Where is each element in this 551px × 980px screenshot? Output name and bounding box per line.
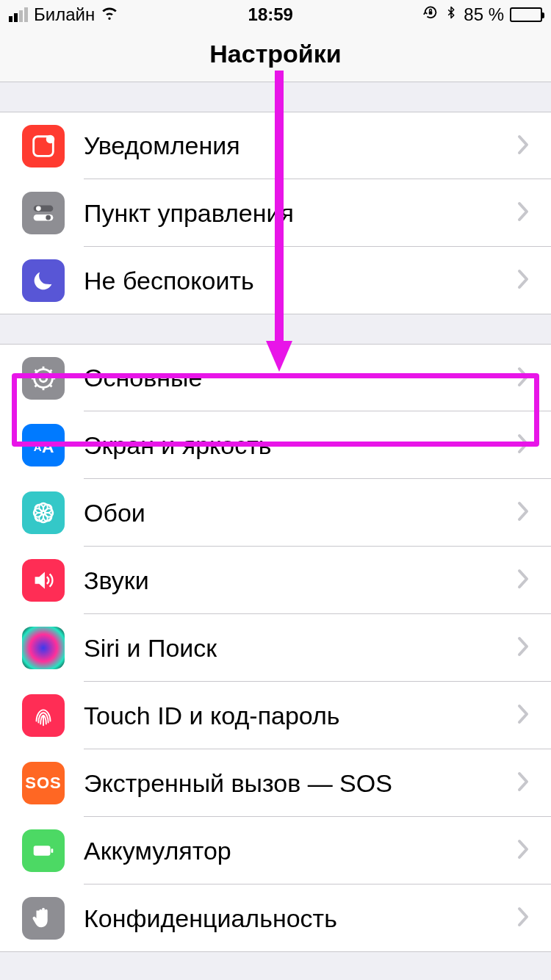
svg-rect-29 <box>51 849 53 853</box>
page-title: Настройки <box>0 29 551 82</box>
chevron-right-icon <box>517 433 529 457</box>
chevron-right-icon <box>517 269 529 292</box>
display-brightness-row[interactable]: AA Экран и яркость <box>0 411 551 479</box>
bluetooth-icon <box>444 4 458 25</box>
svg-text:A: A <box>42 437 54 456</box>
settings-group-2: Основные AA Экран и яркость Обои Звуки S… <box>0 344 551 952</box>
siri-icon <box>22 627 65 669</box>
notifications-row[interactable]: Уведомления <box>0 112 551 179</box>
touchid-label: Touch ID и код-пароль <box>84 702 517 730</box>
display-label: Экран и яркость <box>84 431 517 460</box>
chevron-right-icon <box>517 569 529 592</box>
touchid-row[interactable]: Touch ID и код-пароль <box>0 682 551 749</box>
sounds-label: Звуки <box>84 566 517 595</box>
siri-row[interactable]: Siri и Поиск <box>0 614 551 682</box>
carrier-label: Билайн <box>34 4 95 25</box>
signal-icon <box>9 7 28 22</box>
control-center-icon <box>22 192 65 234</box>
chevron-right-icon <box>517 367 529 390</box>
wallpaper-icon <box>22 491 65 534</box>
chevron-right-icon <box>517 134 529 158</box>
svg-point-6 <box>46 215 51 220</box>
battery-icon <box>510 7 542 22</box>
chevron-right-icon <box>517 636 529 660</box>
moon-icon <box>22 259 65 302</box>
chevron-right-icon <box>517 907 529 930</box>
general-label: Основные <box>84 364 517 392</box>
battery-row[interactable]: Аккумулятор <box>0 817 551 884</box>
sos-label: Экстренный вызов — SOS <box>84 769 517 798</box>
svg-line-13 <box>35 370 37 372</box>
hand-icon <box>22 897 65 940</box>
clock: 18:59 <box>248 4 293 25</box>
svg-rect-28 <box>34 846 51 855</box>
privacy-row[interactable]: Конфиденциальность <box>0 884 551 952</box>
notifications-label: Уведомления <box>84 131 517 160</box>
chevron-right-icon <box>517 771 529 795</box>
dnd-row[interactable]: Не беспокоить <box>0 247 551 314</box>
status-left: Билайн <box>9 4 118 26</box>
status-right: 85 % <box>422 4 542 25</box>
notifications-icon <box>22 125 65 167</box>
status-bar: Билайн 18:59 85 % <box>0 0 551 29</box>
privacy-label: Конфиденциальность <box>84 904 517 933</box>
general-row[interactable]: Основные <box>0 344 551 411</box>
svg-text:A: A <box>34 441 42 453</box>
sos-icon-text: SOS <box>25 774 61 793</box>
svg-point-8 <box>40 375 47 382</box>
svg-rect-0 <box>429 11 433 15</box>
battery-label: Аккумулятор <box>84 837 517 865</box>
fingerprint-icon <box>22 694 65 737</box>
chevron-right-icon <box>517 839 529 862</box>
chevron-right-icon <box>517 501 529 525</box>
gear-icon <box>22 357 65 400</box>
battery-row-icon <box>22 829 65 872</box>
sos-row[interactable]: SOS Экстренный вызов — SOS <box>0 749 551 817</box>
chevron-right-icon <box>517 201 529 225</box>
chevron-right-icon <box>517 704 529 727</box>
dnd-label: Не беспокоить <box>84 267 517 295</box>
orientation-lock-icon <box>422 4 439 25</box>
svg-line-15 <box>50 370 52 372</box>
control-center-label: Пункт управления <box>84 199 517 228</box>
sos-icon: SOS <box>22 762 65 804</box>
battery-percent: 85 % <box>464 4 504 25</box>
wifi-icon <box>101 4 118 26</box>
speaker-icon <box>22 559 65 602</box>
svg-point-4 <box>36 206 41 212</box>
siri-label: Siri и Поиск <box>84 634 517 663</box>
svg-line-14 <box>50 384 52 386</box>
sounds-row[interactable]: Звуки <box>0 547 551 614</box>
settings-group-1: Уведомления Пункт управления Не беспокои… <box>0 112 551 314</box>
control-center-row[interactable]: Пункт управления <box>0 179 551 247</box>
wallpaper-row[interactable]: Обои <box>0 479 551 547</box>
svg-point-2 <box>46 134 54 143</box>
display-icon: AA <box>22 424 65 466</box>
wallpaper-label: Обои <box>84 499 517 527</box>
svg-line-16 <box>35 384 37 386</box>
